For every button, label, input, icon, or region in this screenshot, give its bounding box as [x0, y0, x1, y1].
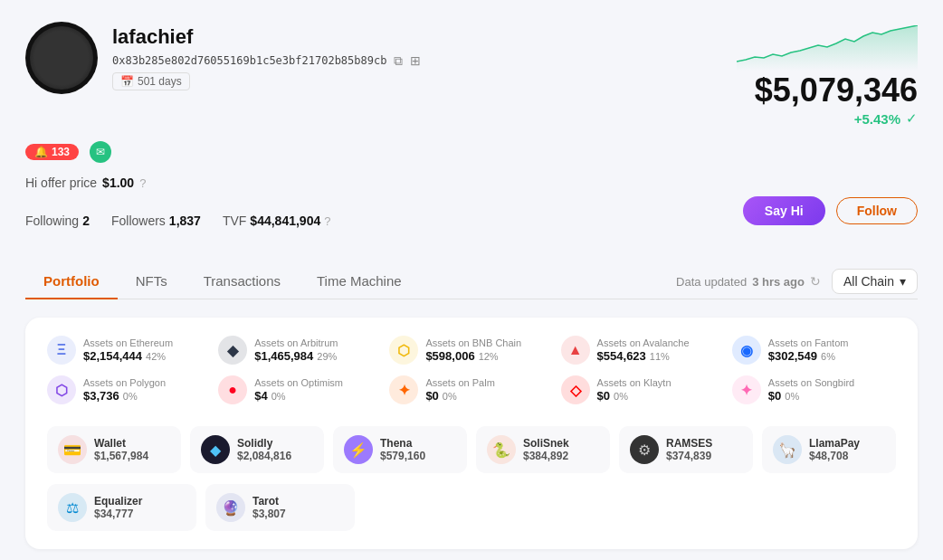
asset-icon: ▲ — [561, 336, 590, 365]
asset-item[interactable]: ▲ Assets on Avalanche $554,623 11% — [561, 336, 725, 365]
portfolio-value-section: $5,079,346 +5.43% ✓ — [737, 22, 918, 127]
protocol-value: $48,708 — [809, 450, 860, 462]
asset-item[interactable]: ⬡ Assets on Polygon $3,736 0% — [47, 375, 211, 404]
asset-label: Assets on Palm — [425, 377, 494, 389]
asset-icon: ◉ — [732, 336, 761, 365]
protocol-info: Wallet $1,567,984 — [94, 437, 148, 462]
followers-count: 1,837 — [169, 214, 201, 228]
protocol-value: $579,160 — [380, 450, 425, 462]
protocol-icon: ⚡ — [344, 435, 373, 464]
profile-header: lafachief 0x83b285e802d76055169b1c5e3bf2… — [25, 22, 918, 127]
protocol-card[interactable]: 🐍 SoliSnek $384,892 — [476, 426, 610, 473]
asset-info: Assets on Polygon $3,736 0% — [83, 377, 166, 403]
asset-icon: ⬡ — [47, 375, 76, 404]
asset-info: Assets on Ethereum $2,154,444 42% — [83, 337, 173, 363]
email-button[interactable]: ✉ — [90, 141, 111, 163]
protocol-icon: 🔮 — [216, 493, 245, 522]
tabs-left: Portfolio NFTs Transactions Time Machine — [25, 264, 420, 299]
protocol-name: Thena — [380, 437, 425, 450]
protocol-info: Thena $579,160 — [380, 437, 425, 462]
sparkline-svg — [737, 25, 918, 71]
say-hi-button[interactable]: Say Hi — [743, 196, 825, 225]
asset-item[interactable]: Ξ Assets on Ethereum $2,154,444 42% — [47, 336, 211, 365]
value-change: +5.43% ✓ — [737, 110, 918, 127]
asset-item[interactable]: ✦ Assets on Palm $0 0% — [389, 375, 553, 404]
protocol-card[interactable]: ◆ Solidly $2,084,816 — [190, 426, 324, 473]
protocol-card[interactable]: ⚖ Equalizer $34,777 — [47, 484, 196, 531]
asset-label: Assets on Fantom — [768, 337, 849, 349]
follow-button[interactable]: Follow — [836, 197, 918, 224]
protocol-icon: ◆ — [201, 435, 230, 464]
protocol-card[interactable]: ⚡ Thena $579,160 — [333, 426, 467, 473]
asset-label: Assets on Arbitrum — [254, 337, 338, 349]
asset-item[interactable]: ● Assets on Optimism $4 0% — [218, 375, 382, 404]
help-icon[interactable]: ? — [139, 176, 146, 190]
tab-portfolio[interactable]: Portfolio — [25, 264, 118, 299]
asset-info: Assets on Arbitrum $1,465,984 29% — [254, 337, 338, 363]
stats-row: Following 2 Followers 1,837 TVF $44,841,… — [25, 214, 330, 228]
protocol-name: RAMSES — [666, 437, 712, 450]
asset-value-row: $302,549 6% — [768, 349, 849, 363]
protocol-info: LlamaPay $48,708 — [809, 437, 860, 462]
refresh-icon[interactable]: ↻ — [810, 274, 821, 289]
social-row: 🔔 133 ✉ — [25, 141, 918, 163]
tab-time-machine[interactable]: Time Machine — [299, 264, 420, 299]
profile-left: lafachief 0x83b285e802d76055169b1c5e3bf2… — [25, 22, 421, 94]
protocol-icon: 🦙 — [773, 435, 802, 464]
asset-label: Assets on BNB Chain — [425, 337, 521, 349]
content-area: Ξ Assets on Ethereum $2,154,444 42% ◆ As… — [25, 318, 918, 549]
notification-badge[interactable]: 🔔 133 — [25, 144, 79, 160]
asset-label: Assets on Optimism — [254, 377, 343, 389]
asset-info: Assets on Avalanche $554,623 11% — [597, 337, 690, 363]
following-count: 2 — [82, 214, 90, 228]
check-circle-icon: ✓ — [906, 110, 918, 127]
asset-item[interactable]: ◇ Assets on Klaytn $0 0% — [561, 375, 725, 404]
protocol-value: $3,807 — [252, 508, 286, 520]
qr-code-button[interactable]: ⊞ — [410, 54, 421, 67]
chain-selector[interactable]: All Chain ▾ — [832, 269, 918, 294]
total-value: $5,079,346 — [737, 74, 918, 107]
protocol-card[interactable]: 🦙 LlamaPay $48,708 — [762, 426, 896, 473]
right-actions: Say Hi Follow — [729, 196, 918, 225]
protocol-info: Tarot $3,807 — [252, 495, 286, 520]
asset-item[interactable]: ◉ Assets on Fantom $302,549 6% — [732, 336, 896, 365]
protocol-name: Tarot — [252, 495, 286, 508]
sparkline-chart — [737, 25, 918, 71]
asset-item[interactable]: ⬡ Assets on BNB Chain $598,006 12% — [389, 336, 553, 365]
asset-icon: ◆ — [218, 336, 247, 365]
tab-transactions[interactable]: Transactions — [186, 264, 299, 299]
asset-value: $302,549 — [768, 349, 817, 363]
followers-stat: Followers 1,837 — [111, 214, 201, 228]
asset-value: $0 — [768, 389, 781, 403]
protocol-info: SoliSnek $384,892 — [523, 437, 569, 462]
protocol-value: $1,567,984 — [94, 450, 148, 462]
tab-nfts[interactable]: NFTs — [118, 264, 186, 299]
protocol-card[interactable]: 💳 Wallet $1,567,984 — [47, 426, 181, 473]
protocol-icon: ⚖ — [58, 493, 87, 522]
asset-item[interactable]: ◆ Assets on Arbitrum $1,465,984 29% — [218, 336, 382, 365]
avatar — [25, 22, 98, 94]
tvf-help-icon[interactable]: ? — [324, 214, 330, 228]
copy-address-button[interactable]: ⧉ — [394, 54, 403, 67]
hi-offer-section: Hi offer price $1.00 ? — [25, 176, 330, 190]
avatar-inner — [30, 26, 93, 90]
asset-item[interactable]: ✦ Assets on Songbird $0 0% — [732, 375, 896, 404]
asset-value-row: $2,154,444 42% — [83, 349, 173, 363]
protocol-card[interactable]: ⚙ RAMSES $374,839 — [619, 426, 753, 473]
asset-value-row: $1,465,984 29% — [254, 349, 338, 363]
asset-pct: 0% — [443, 391, 457, 402]
asset-pct: 0% — [271, 391, 286, 402]
chain-selector-label: All Chain — [843, 274, 894, 289]
asset-pct: 6% — [821, 351, 835, 362]
asset-value-row: $554,623 11% — [597, 349, 690, 363]
asset-value: $554,623 — [597, 349, 646, 363]
protocol-card[interactable]: 🔮 Tarot $3,807 — [205, 484, 355, 531]
asset-pct: 0% — [123, 391, 138, 402]
asset-pct: 42% — [146, 351, 166, 362]
profile-info: lafachief 0x83b285e802d76055169b1c5e3bf2… — [112, 22, 421, 90]
data-updated-label: Data updated — [676, 275, 747, 289]
hi-offer-label: Hi offer price — [25, 176, 97, 190]
protocol-value: $2,084,816 — [237, 450, 291, 462]
asset-pct: 29% — [317, 351, 337, 362]
asset-label: Assets on Klaytn — [597, 377, 672, 389]
